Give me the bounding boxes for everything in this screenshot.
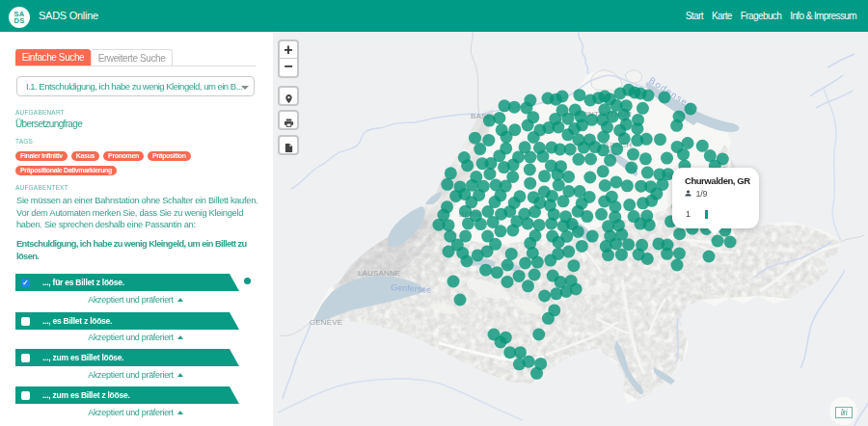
svg-text:GENÈVE: GENÈVE bbox=[310, 318, 342, 327]
svg-text:LAUSANNE: LAUSANNE bbox=[358, 269, 400, 278]
